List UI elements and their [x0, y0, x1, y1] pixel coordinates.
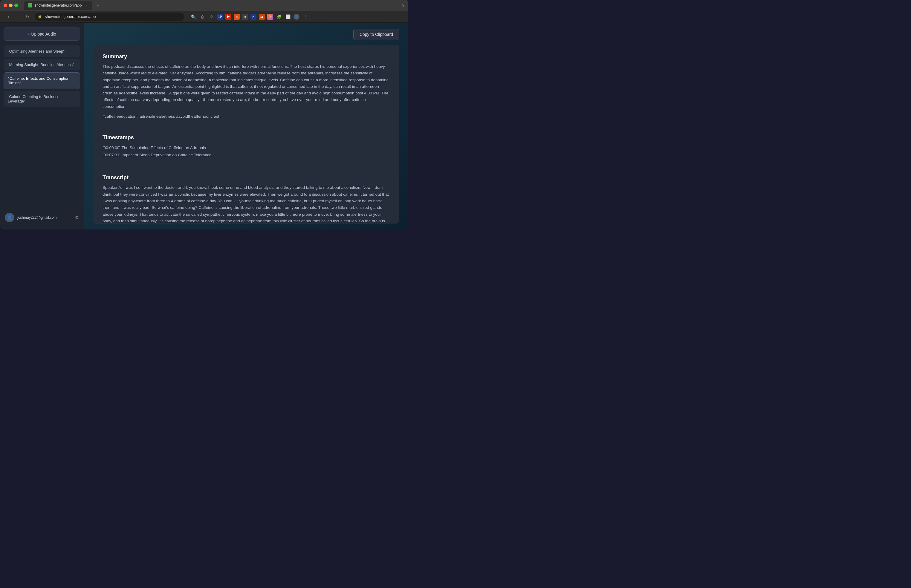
sidebar-item-label: "Caffeine: Effects and Consumption Timin… — [8, 76, 70, 85]
search-icon[interactable]: 🔍 — [190, 13, 197, 20]
extension-icon-2[interactable]: ▶ — [225, 14, 231, 20]
lock-icon: 🔒 — [38, 15, 42, 19]
menu-icon[interactable]: ⋮ — [302, 13, 309, 20]
active-tab[interactable]: shownotesgenerator.com/app × — [24, 1, 92, 10]
settings-icon[interactable]: ⚙ — [75, 215, 79, 221]
extensions-icon[interactable]: 🧩 — [275, 13, 282, 20]
extension-colors[interactable]: 🎨 — [267, 14, 273, 20]
address-bar: ‹ › ↻ 🔒 shownotesgenerator.com/app 🔍 ⎙ ☆… — [0, 11, 408, 23]
extension-amazon[interactable]: a — [234, 14, 240, 20]
extension-icon-4[interactable]: ● — [242, 14, 248, 20]
upload-audio-button[interactable]: + Upload Audio — [3, 27, 80, 40]
tab-label: shownotesgenerator.com/app — [35, 3, 82, 8]
transcript-section: Transcript Speaker A: I was I so I went … — [102, 174, 390, 223]
divider-2 — [102, 167, 390, 167]
sidebar-footer: 👤 joshmay222@gmail.com ⚙ — [3, 210, 80, 225]
sidebar-item-label: "Morning Sunlight: Boosting Alertness" — [8, 63, 74, 67]
app-layout: + Upload Audio "Optimizing Alertness and… — [0, 23, 408, 229]
address-input[interactable]: 🔒 shownotesgenerator.com/app — [35, 13, 184, 21]
content-card: Summary This podcast discusses the effec… — [93, 45, 399, 223]
sidebar-item-calorie[interactable]: "Calorie Counting to Business Leverage" — [3, 91, 80, 107]
tab-bar: shownotesgenerator.com/app × + — [24, 1, 399, 10]
refresh-button[interactable]: ↻ — [24, 13, 31, 20]
hashtags: #caffeineeducation #adrenalinealertness … — [102, 114, 390, 119]
nav-buttons: ‹ › ↻ — [5, 13, 31, 20]
timestamps-title: Timestamps — [102, 134, 390, 141]
forward-button[interactable]: › — [15, 13, 21, 20]
tab-close-button[interactable]: × — [84, 3, 88, 8]
timestamps-list: [00:00:00] The Stimulating Effects of Ca… — [102, 144, 390, 159]
minimize-button[interactable] — [9, 3, 13, 7]
profile-icon[interactable]: 👤 — [293, 14, 299, 20]
copy-to-clipboard-button[interactable]: Copy to Clipboard — [353, 29, 399, 40]
window-controls[interactable]: ∨ — [402, 3, 405, 8]
title-bar: shownotesgenerator.com/app × + ∨ — [0, 0, 408, 11]
main-content: Copy to Clipboard Summary This podcast d… — [84, 23, 408, 229]
sidebar-item-caffeine[interactable]: "Caffeine: Effects and Consumption Timin… — [3, 72, 80, 89]
back-button[interactable]: ‹ — [5, 13, 12, 20]
timestamps-section: Timestamps [00:00:00] The Stimulating Ef… — [102, 134, 390, 159]
summary-body: This podcast discusses the effects of ca… — [102, 63, 390, 110]
extension-1password[interactable]: 1P — [217, 14, 223, 20]
summary-section: Summary This podcast discusses the effec… — [102, 53, 390, 119]
avatar: 👤 — [5, 213, 15, 222]
maximize-button[interactable] — [15, 3, 18, 7]
sidebar-item-morning[interactable]: "Morning Sunlight: Boosting Alertness" — [3, 59, 80, 71]
sidebar-item-optimizing[interactable]: "Optimizing Alertness and Sleep" — [3, 45, 80, 57]
url-text: shownotesgenerator.com/app — [44, 15, 96, 19]
sidebar-item-label: "Calorie Counting to Business Leverage" — [8, 94, 59, 103]
toolbar-icons: 🔍 ⎙ ☆ 1P ▶ a ● K 15 🎨 🧩 ⬜ 👤 ⋮ — [190, 13, 309, 20]
main-header: Copy to Clipboard — [93, 29, 399, 40]
transcript-body: Speaker A: I was I so I went to the doct… — [102, 184, 390, 223]
extension-15[interactable]: 15 — [259, 14, 265, 20]
extension-k[interactable]: K — [251, 14, 256, 20]
timestamp-1: [00:07:31] Impact of Sleep Deprivation o… — [102, 152, 390, 159]
user-email: joshmay222@gmail.com — [17, 215, 72, 220]
bookmark-icon[interactable]: ☆ — [208, 13, 215, 20]
sidebar-item-label: "Optimizing Alertness and Sleep" — [8, 49, 65, 53]
browser-frame: shownotesgenerator.com/app × + ∨ ‹ › ↻ 🔒… — [0, 0, 408, 229]
tab-favicon — [28, 3, 32, 8]
new-tab-button[interactable]: + — [94, 1, 102, 10]
traffic-lights — [3, 3, 18, 7]
timestamp-0: [00:00:00] The Stimulating Effects of Ca… — [102, 144, 390, 152]
sidebar: + Upload Audio "Optimizing Alertness and… — [0, 23, 84, 229]
sidebar-toggle-icon[interactable]: ⬜ — [285, 13, 291, 20]
transcript-title: Transcript — [102, 174, 390, 181]
sidebar-items: "Optimizing Alertness and Sleep" "Mornin… — [3, 45, 80, 208]
summary-title: Summary — [102, 53, 390, 60]
close-button[interactable] — [3, 3, 7, 7]
share-icon[interactable]: ⎙ — [199, 13, 206, 20]
